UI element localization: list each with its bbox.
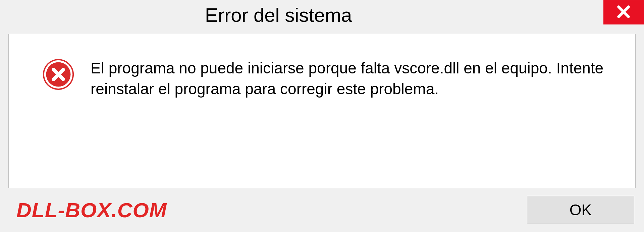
dialog-footer: DLL-BOX.COM OK — [0, 188, 644, 232]
ok-button[interactable]: OK — [527, 196, 634, 224]
ok-button-label: OK — [570, 201, 592, 219]
title-bar: Error del sistema — [0, 0, 644, 32]
close-button[interactable] — [603, 0, 644, 24]
content-panel: El programa no puede iniciarse porque fa… — [8, 34, 636, 188]
error-icon — [42, 58, 74, 92]
error-dialog: Error del sistema El programa no puede i… — [0, 0, 644, 232]
error-message: El programa no puede iniciarse porque fa… — [91, 58, 615, 99]
watermark-text: DLL-BOX.COM — [16, 198, 167, 222]
close-icon — [615, 3, 632, 21]
dialog-title: Error del sistema — [0, 0, 352, 26]
